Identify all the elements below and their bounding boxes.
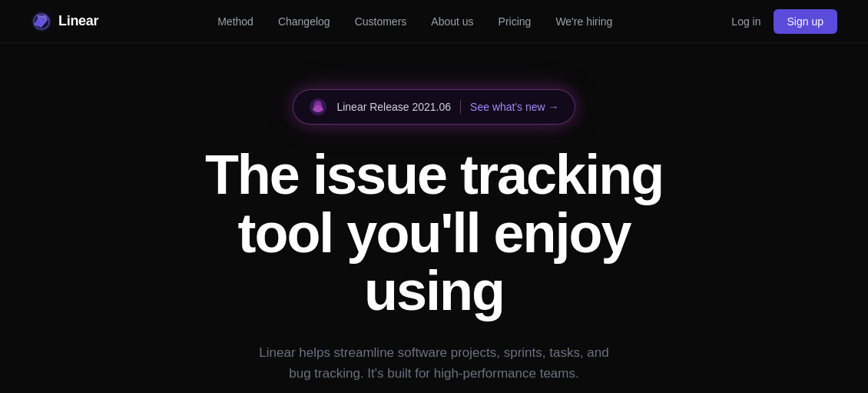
auth-buttons: Log in Sign up: [731, 9, 837, 34]
nav-customers[interactable]: Customers: [355, 15, 407, 28]
nav-changelog[interactable]: Changelog: [278, 15, 330, 28]
nav-hiring[interactable]: We're hiring: [555, 15, 612, 28]
signup-button[interactable]: Sign up: [774, 9, 837, 34]
nav-links: Method Changelog Customers About us Pric…: [217, 15, 612, 28]
nav-pricing[interactable]: Pricing: [499, 15, 532, 28]
hero-heading: The issue tracking tool you'll enjoy usi…: [165, 146, 703, 321]
logo-area: Linear: [31, 11, 98, 32]
navbar: Linear Method Changelog Customers About …: [0, 0, 868, 43]
hero-heading-line1: The issue tracking: [205, 144, 663, 205]
badge-release-text: Linear Release 2021.06: [336, 101, 451, 113]
hero-subtext: Linear helps streamline software project…: [250, 342, 618, 384]
badge-logo-icon: [309, 98, 327, 116]
linear-logo-icon: [31, 11, 52, 32]
nav-about[interactable]: About us: [431, 15, 473, 28]
hero-heading-line2: tool you'll enjoy using: [237, 202, 630, 322]
release-badge[interactable]: Linear Release 2021.06 See what's new →: [293, 89, 575, 125]
badge-see-new-link[interactable]: See what's new →: [470, 101, 559, 113]
logo-text: Linear: [58, 13, 98, 29]
hero-section: Linear Release 2021.06 See what's new → …: [0, 43, 868, 393]
login-button[interactable]: Log in: [731, 15, 760, 28]
nav-method[interactable]: Method: [217, 15, 253, 28]
badge-divider: [460, 100, 461, 114]
